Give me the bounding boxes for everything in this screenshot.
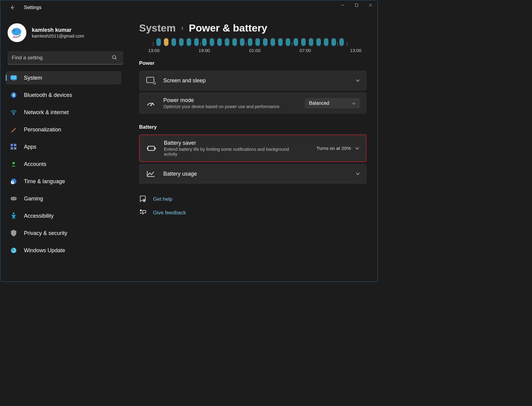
nav-privacy[interactable]: Privacy & security <box>6 226 121 240</box>
nav-personalization[interactable]: Personalization <box>6 123 121 136</box>
chart-bar[interactable] <box>286 38 290 46</box>
nav-gaming[interactable]: Gaming <box>6 192 121 205</box>
nav-update[interactable]: Windows Update <box>6 244 121 257</box>
chart-tick-label: 01:00 <box>249 48 261 53</box>
breadcrumb-parent[interactable]: System <box>139 22 176 34</box>
nav-apps[interactable]: Apps <box>6 140 121 153</box>
nav-accessibility[interactable]: Accessibility <box>6 209 121 223</box>
chart-bar[interactable] <box>294 38 298 46</box>
avatar <box>8 23 26 42</box>
profile-email: kamlesh2011@gmail.com <box>32 33 84 38</box>
nav-label: Gaming <box>24 196 43 202</box>
card-battery-usage[interactable]: Battery usage <box>139 164 367 184</box>
svg-point-28 <box>13 213 15 214</box>
nav-label: Windows Update <box>24 247 65 254</box>
chart-tick-label: 13:00 <box>350 48 361 53</box>
chart-bar[interactable] <box>232 38 237 46</box>
chart-bar[interactable] <box>309 38 313 46</box>
nav-label: Network & internet <box>24 109 69 116</box>
update-icon <box>10 247 17 254</box>
nav: System Bluetooth & devices Network & int… <box>6 71 125 257</box>
chart-bar[interactable] <box>202 38 207 46</box>
card-screen-sleep[interactable]: Screen and sleep <box>139 71 367 91</box>
svg-rect-11 <box>11 75 17 80</box>
card-title: Power mode <box>163 97 305 104</box>
clock-globe-icon <box>10 178 17 185</box>
battery-saver-icon <box>146 143 157 153</box>
page-title: Power & battery <box>189 22 267 34</box>
search-icon <box>112 55 117 61</box>
chart-bar[interactable] <box>301 38 306 46</box>
nav-time[interactable]: Time & language <box>6 175 121 188</box>
nav-system[interactable]: System <box>6 71 121 84</box>
chart-bar[interactable] <box>187 38 191 46</box>
accessibility-icon <box>10 212 17 220</box>
chart-bar[interactable] <box>171 38 176 46</box>
nav-bluetooth[interactable]: Bluetooth & devices <box>6 88 121 102</box>
card-desc: Extend battery life by limiting some not… <box>164 147 291 157</box>
get-help-link[interactable]: ? Get help <box>139 195 367 203</box>
apps-icon <box>10 143 17 150</box>
power-mode-dropdown[interactable]: Balanced <box>305 98 360 108</box>
chart-bar[interactable] <box>225 38 229 46</box>
svg-rect-16 <box>11 144 13 146</box>
chart-bar[interactable] <box>331 38 336 46</box>
profile-name: kamlesh kumar <box>32 27 84 33</box>
profile[interactable]: kamlesh kumar kamlesh2011@gmail.com <box>6 15 125 49</box>
give-feedback-link[interactable]: Give feedback <box>139 209 367 216</box>
chart-bar[interactable] <box>255 38 260 46</box>
card-power-mode[interactable]: Power mode Optimize your device based on… <box>139 92 367 114</box>
card-battery-saver[interactable]: Battery saver Extend battery life by lim… <box>139 134 367 162</box>
chart-bar[interactable] <box>217 38 222 46</box>
battery-level-chart[interactable]: 13:0019:0001:0007:0013:00 <box>139 37 367 53</box>
svg-point-32 <box>150 105 151 106</box>
display-icon <box>10 74 17 81</box>
search-input[interactable] <box>8 51 123 64</box>
svg-point-6 <box>14 30 15 31</box>
svg-point-26 <box>12 198 13 199</box>
nav-accounts[interactable]: Accounts <box>6 157 121 171</box>
chart-bar[interactable] <box>263 38 268 46</box>
chart-bar[interactable] <box>194 38 199 46</box>
shield-icon <box>10 229 17 237</box>
chart-bar[interactable] <box>179 38 184 46</box>
person-icon <box>10 160 17 168</box>
window-controls <box>336 0 377 10</box>
minimize-button[interactable] <box>336 0 350 10</box>
card-desc: Optimize your device based on power use … <box>163 104 291 109</box>
chart-bar[interactable] <box>271 38 275 46</box>
chart-tick-label: 07:00 <box>300 48 311 53</box>
gamepad-icon <box>10 195 17 202</box>
chart-bar[interactable] <box>240 38 244 46</box>
chart-bar[interactable] <box>316 38 321 46</box>
maximize-button[interactable] <box>350 0 364 10</box>
chart-bar[interactable] <box>156 38 161 46</box>
chevron-down-icon <box>352 101 356 106</box>
chart-bar[interactable] <box>210 38 214 46</box>
chart-bar[interactable] <box>278 38 283 46</box>
svg-point-9 <box>112 55 116 59</box>
link-text: Give feedback <box>153 210 186 216</box>
chevron-down-icon <box>356 78 360 83</box>
close-button[interactable] <box>364 0 377 10</box>
nav-label: Privacy & security <box>24 230 67 236</box>
back-button[interactable] <box>6 2 18 14</box>
chart-bar[interactable] <box>324 38 328 46</box>
chart-bar[interactable] <box>164 38 168 46</box>
search-wrap <box>8 51 123 64</box>
svg-rect-1 <box>355 4 358 7</box>
chart-tick-label: 19:00 <box>199 48 210 53</box>
svg-rect-19 <box>14 147 16 150</box>
svg-point-8 <box>12 36 14 37</box>
chart-bar[interactable] <box>339 38 344 46</box>
card-title: Battery usage <box>163 171 356 177</box>
card-title: Battery saver <box>164 140 317 146</box>
chart-line-icon <box>146 169 156 179</box>
nav-network[interactable]: Network & internet <box>6 106 121 119</box>
main-content: System › Power & battery 13:0019:0001:00… <box>125 15 377 261</box>
chart-bar[interactable] <box>248 38 252 46</box>
bluetooth-icon <box>10 91 17 99</box>
svg-line-10 <box>115 58 116 59</box>
nav-label: System <box>24 75 42 81</box>
nav-label: Personalization <box>24 127 61 133</box>
